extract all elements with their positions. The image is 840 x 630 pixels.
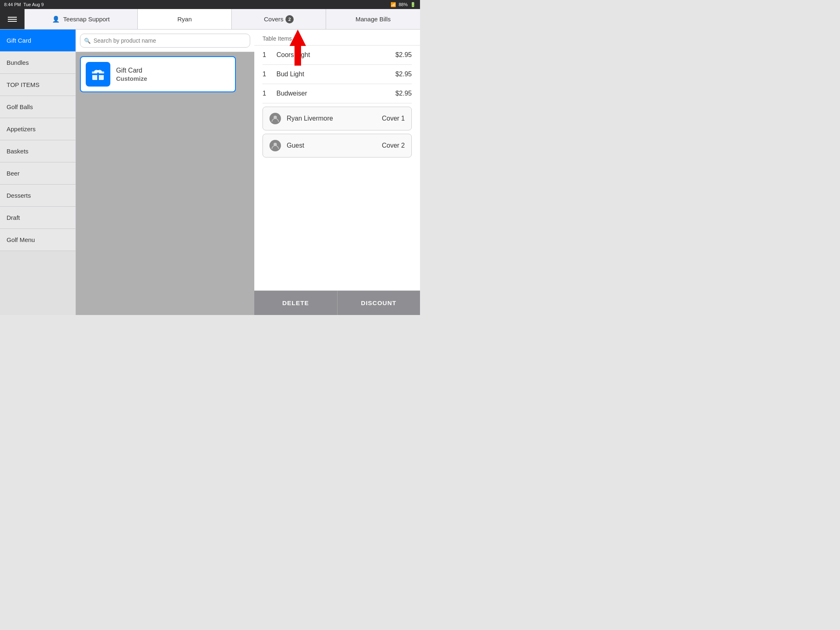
covers-label: Covers <box>264 16 284 23</box>
order-item: 1 Budweiser $2.95 <box>262 84 412 103</box>
sidebar-item-baskets[interactable]: Baskets <box>0 140 75 162</box>
search-input[interactable] <box>80 34 250 48</box>
order-item: 1 Coors Light $2.95 <box>262 46 412 65</box>
discount-button[interactable]: DISCOUNT <box>338 291 420 315</box>
cover-row[interactable]: Ryan Livermore Cover 1 <box>262 107 412 130</box>
gift-card-info: Gift Card Customize <box>116 67 147 82</box>
order-price: $2.95 <box>395 51 412 59</box>
user-tab[interactable]: 👤 Teesnap Support <box>25 9 138 29</box>
user-label: Teesnap Support <box>63 16 110 23</box>
cover-avatar <box>269 140 281 151</box>
order-panel: Table Items 1 Coors Light $2.95 1 Bud Li… <box>254 30 420 315</box>
sidebar-item-appetizers[interactable]: Appetizers <box>0 118 75 140</box>
order-price: $2.95 <box>395 71 412 78</box>
order-qty: 1 <box>262 51 272 59</box>
search-wrapper: 🔍 <box>80 34 250 48</box>
gift-card-tile[interactable]: Gift Card Customize <box>80 56 236 92</box>
battery-icon: 🔋 <box>410 2 416 7</box>
cover-label: Cover 1 <box>382 115 405 122</box>
sidebar-item-desserts[interactable]: Desserts <box>0 185 75 207</box>
sidebar-item-golf-menu[interactable]: Golf Menu <box>0 229 75 251</box>
search-icon: 🔍 <box>84 38 91 44</box>
sidebar-item-beer[interactable]: Beer <box>0 162 75 185</box>
status-right: 📶 88% 🔋 <box>390 2 416 7</box>
category-sidebar: Gift CardBundlesTOP ITEMSGolf BallsAppet… <box>0 30 76 315</box>
hamburger-icon <box>8 17 17 22</box>
sidebar-item-golf-balls[interactable]: Golf Balls <box>0 96 75 118</box>
svg-point-9 <box>97 70 99 73</box>
cover-name: Guest <box>287 142 382 149</box>
order-header: Table Items <box>254 30 420 46</box>
cover-label: Cover 2 <box>382 142 405 149</box>
gift-card-name: Gift Card <box>116 67 147 74</box>
cover-avatar <box>269 113 281 124</box>
battery-label: 88% <box>399 2 408 7</box>
cover-row[interactable]: Guest Cover 2 <box>262 134 412 158</box>
sidebar-items: Gift CardBundlesTOP ITEMSGolf BallsAppet… <box>0 30 75 251</box>
manage-bills-label: Manage Bills <box>356 16 391 23</box>
covers-tab[interactable]: Covers 2 <box>232 9 326 29</box>
gift-card-icon <box>86 62 110 87</box>
covers-badge: 2 <box>285 15 294 23</box>
menu-tab[interactable] <box>0 9 25 29</box>
sidebar-item-draft[interactable]: Draft <box>0 207 75 229</box>
delete-button[interactable]: DELETE <box>254 291 338 315</box>
user-icon: 👤 <box>52 16 60 23</box>
gift-card-customize: Customize <box>116 75 147 82</box>
svg-rect-5 <box>97 71 99 80</box>
search-bar: 🔍 <box>76 30 254 52</box>
header: 👤 Teesnap Support Ryan Covers 2 Manage B… <box>0 9 420 30</box>
sidebar-item-gift-card[interactable]: Gift Card <box>0 30 75 52</box>
order-items-list: 1 Coors Light $2.95 1 Bud Light $2.95 1 … <box>254 46 420 290</box>
ryan-tab[interactable]: Ryan <box>138 9 232 29</box>
product-area: 🔍 <box>76 30 254 315</box>
order-name: Budweiser <box>276 90 395 97</box>
bottom-actions: DELETE DISCOUNT <box>254 290 420 315</box>
sidebar-item-bundles[interactable]: Bundles <box>0 52 75 74</box>
ryan-label: Ryan <box>177 16 192 23</box>
order-qty: 1 <box>262 71 272 78</box>
svg-rect-6 <box>92 73 104 75</box>
sidebar-item-top-items[interactable]: TOP ITEMS <box>0 74 75 96</box>
manage-bills-tab[interactable]: Manage Bills <box>326 9 420 29</box>
product-list: Gift Card Customize <box>76 52 254 315</box>
main-content: Gift CardBundlesTOP ITEMSGolf BallsAppet… <box>0 30 420 315</box>
status-bar: 8:44 PM Tue Aug 9 📶 88% 🔋 <box>0 0 420 9</box>
order-price: $2.95 <box>395 90 412 97</box>
status-time: 8:44 PM Tue Aug 9 <box>4 2 44 7</box>
order-name: Bud Light <box>276 71 395 78</box>
order-qty: 1 <box>262 90 272 97</box>
order-item: 1 Bud Light $2.95 <box>262 65 412 84</box>
wifi-icon: 📶 <box>390 2 396 7</box>
cover-name: Ryan Livermore <box>287 115 382 122</box>
order-name: Coors Light <box>276 51 395 59</box>
